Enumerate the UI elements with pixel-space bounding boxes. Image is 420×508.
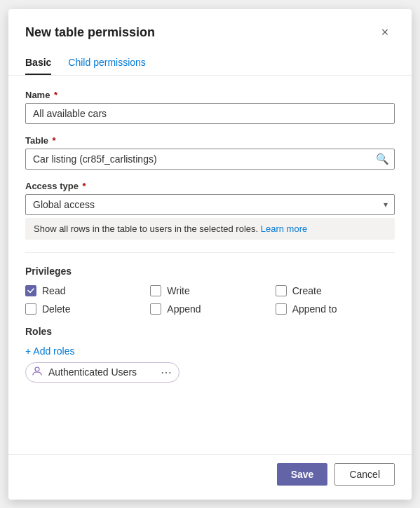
table-label: Table * [25,135,395,146]
add-roles-button[interactable]: + Add roles [25,345,395,357]
table-input[interactable] [25,149,395,170]
table-input-wrapper: 🔍 [25,149,395,170]
dialog-header: New table permission × [8,9,412,51]
privilege-create[interactable]: Create [276,285,395,296]
search-icon: 🔍 [376,153,389,165]
roles-section: Roles + Add roles Authenticated Users ⋯ [25,326,395,383]
append-to-label: Append to [292,303,337,315]
append-to-checkbox [276,303,287,315]
divider [25,252,395,253]
privilege-write[interactable]: Write [150,285,269,296]
role-tag-label: Authenticated Users [48,366,137,378]
access-type-select[interactable]: Global access Team members Business unit… [25,194,395,215]
read-label: Read [42,285,65,296]
read-checkbox-checked [25,285,36,296]
table-search-button[interactable]: 🔍 [376,153,389,165]
tab-basic[interactable]: Basic [25,51,51,75]
tab-bar: Basic Child permissions [8,51,412,76]
privilege-append[interactable]: Append [150,303,269,315]
access-type-info: Show all rows in the table to users in t… [25,218,395,240]
dialog-title: New table permission [25,25,155,40]
create-checkbox [276,285,287,296]
learn-more-link[interactable]: Learn more [261,224,307,234]
write-label: Write [167,285,189,296]
privileges-label: Privileges [25,266,395,277]
append-label: Append [167,303,201,315]
privileges-grid: Read Write Create Delete [25,285,395,315]
dialog-footer: Save Cancel [8,454,412,500]
name-field-group: Name * [25,90,395,124]
cancel-button[interactable]: Cancel [334,463,395,486]
access-type-wrapper: Global access Team members Business unit… [25,194,395,215]
name-label: Name * [25,90,395,100]
svg-point-0 [35,367,39,371]
name-input[interactable] [25,103,395,124]
append-checkbox [150,303,161,315]
access-type-field-group: Access type * Global access Team members… [25,181,395,240]
create-label: Create [292,285,322,296]
role-tag-authenticated-users: Authenticated Users ⋯ [25,362,179,383]
add-roles-label: + Add roles [25,345,74,357]
write-checkbox [150,285,161,296]
delete-label: Delete [42,303,70,315]
privilege-read[interactable]: Read [25,285,144,296]
privilege-append-to[interactable]: Append to [276,303,395,315]
delete-checkbox [25,303,36,315]
save-button[interactable]: Save [277,463,328,486]
user-role-icon [32,366,43,379]
roles-label: Roles [25,326,395,337]
tab-child-permissions[interactable]: Child permissions [68,51,145,75]
privileges-group: Privileges Read Write [25,266,395,315]
table-field-group: Table * 🔍 [25,135,395,170]
dialog-body: Name * Table * 🔍 Access type * G [8,76,412,454]
close-button[interactable]: × [375,23,395,43]
role-tag-menu-button[interactable]: ⋯ [156,366,172,379]
new-table-permission-dialog: New table permission × Basic Child permi… [8,9,412,500]
access-type-label: Access type * [25,181,395,191]
privilege-delete[interactable]: Delete [25,303,144,315]
